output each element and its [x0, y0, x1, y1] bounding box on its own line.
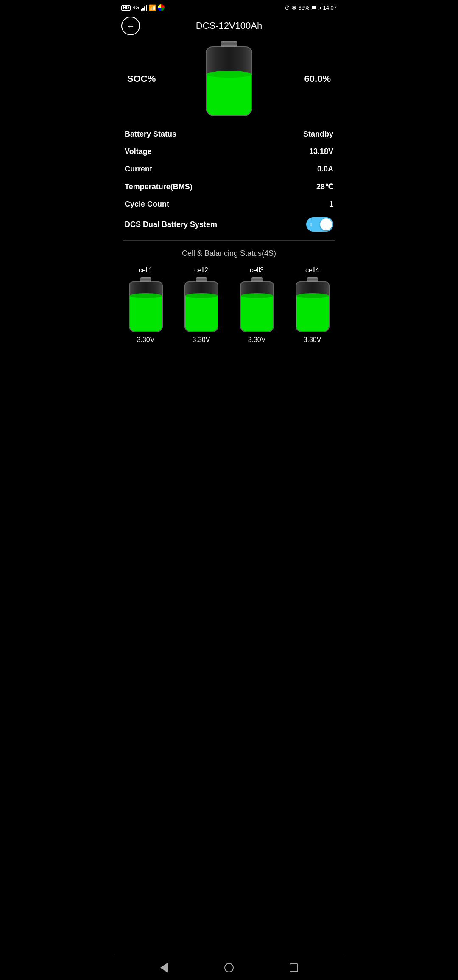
cell-cap-2: [196, 277, 207, 282]
dcs-dual-row: DCS Dual Battery System I: [123, 213, 335, 236]
stat-value-battery-status: Standby: [303, 130, 333, 139]
dcs-dual-label: DCS Dual Battery System: [125, 220, 217, 229]
wifi-icon: 📶: [149, 4, 156, 11]
cell-battery-1: [129, 277, 163, 333]
bluetooth-icon: ✱: [292, 5, 296, 11]
cell-battery-3: [240, 277, 274, 333]
cell-name-3: cell3: [250, 266, 264, 274]
clock-time: 14:07: [323, 5, 337, 11]
page-title: DCS-12V100Ah: [196, 20, 263, 31]
cell-item-3: cell3 3.30V: [230, 266, 284, 344]
bottom-nav: [114, 955, 344, 980]
stat-label-temperature: Temperature(BMS): [125, 182, 193, 191]
nav-back-button[interactable]: [156, 959, 173, 976]
cell-battery-2: [184, 277, 218, 333]
cell-name-4: cell4: [305, 266, 319, 274]
battery-cap: [221, 41, 237, 47]
stat-label-current: Current: [125, 165, 152, 174]
cell-item-2: cell2 3.30V: [174, 266, 228, 344]
nav-recents-button[interactable]: [285, 959, 302, 976]
battery-fill-green: [207, 74, 251, 115]
stat-row-cycle-count: Cycle Count 1: [123, 196, 335, 213]
cell-body-2: [184, 281, 218, 332]
cell-body-1: [129, 281, 163, 332]
dcs-dual-toggle[interactable]: I: [306, 217, 333, 232]
status-left: HD 4G 📶: [121, 4, 165, 11]
stat-label-battery-status: Battery Status: [125, 130, 176, 139]
stats-section: Battery Status Standby Voltage 13.18V Cu…: [114, 121, 344, 240]
soc-label: SOC%: [127, 73, 206, 84]
header: ← DCS-12V100Ah: [114, 15, 344, 36]
signal-bars-icon: [141, 5, 147, 11]
stat-row-battery-status: Battery Status Standby: [123, 126, 335, 143]
alarm-icon: ⏱: [285, 5, 290, 11]
stat-row-voltage: Voltage 13.18V: [123, 143, 335, 160]
battery-percent: 68%: [298, 5, 309, 11]
soc-value: 60.0%: [252, 73, 331, 84]
toggle-knob: [320, 218, 332, 230]
nav-back-icon: [160, 963, 168, 973]
signal-4g-label: 4G: [132, 5, 139, 11]
cell-section: Cell & Balancing Status(4S) cell1 3.30V …: [114, 241, 344, 352]
battery-visual-main: [206, 41, 252, 117]
nav-home-button[interactable]: [221, 959, 237, 976]
stat-value-cycle-count: 1: [329, 200, 333, 209]
cell-name-2: cell2: [194, 266, 208, 274]
cell-voltage-2: 3.30V: [193, 336, 210, 344]
cell-name-1: cell1: [139, 266, 153, 274]
cell-fill-2: [185, 296, 218, 331]
cell-cap-1: [140, 277, 151, 282]
cell-cap-4: [307, 277, 318, 282]
stat-label-cycle-count: Cycle Count: [125, 200, 169, 209]
status-bar: HD 4G 📶 ⏱ ✱ 68% 14:07: [114, 0, 344, 15]
soc-section: SOC% 60.0%: [114, 36, 344, 121]
cell-voltage-4: 3.30V: [304, 336, 321, 344]
multicolor-dot-icon: [158, 4, 165, 11]
stat-value-voltage: 13.18V: [309, 147, 333, 156]
battery-status-icon: [311, 6, 321, 10]
nav-recents-icon: [290, 963, 298, 972]
cell-section-title: Cell & Balancing Status(4S): [119, 249, 339, 258]
cell-item-4: cell4 3.30V: [285, 266, 339, 344]
hd-badge: HD: [121, 5, 131, 11]
nav-home-icon: [224, 963, 234, 972]
cell-fill-3: [241, 296, 273, 331]
cell-voltage-1: 3.30V: [137, 336, 155, 344]
stat-value-current: 0.0A: [317, 165, 333, 174]
cell-cap-3: [251, 277, 263, 282]
stat-row-temperature: Temperature(BMS) 28℃: [123, 178, 335, 196]
cell-body-3: [240, 281, 274, 332]
back-arrow-icon: ←: [126, 22, 135, 30]
cell-voltage-3: 3.30V: [248, 336, 266, 344]
cell-body-4: [296, 281, 330, 332]
stat-row-current: Current 0.0A: [123, 160, 335, 178]
status-right: ⏱ ✱ 68% 14:07: [285, 5, 337, 11]
cell-fill-4: [296, 296, 329, 331]
cell-item-1: cell1 3.30V: [119, 266, 173, 344]
battery-body-outer: [206, 46, 252, 116]
cell-fill-1: [130, 296, 162, 331]
back-button[interactable]: ←: [121, 17, 140, 35]
cell-battery-4: [296, 277, 330, 333]
toggle-text: I: [310, 222, 312, 227]
cells-grid: cell1 3.30V cell2 3.30V cell3: [119, 266, 339, 344]
stat-value-temperature: 28℃: [316, 182, 333, 191]
stat-label-voltage: Voltage: [125, 147, 152, 156]
